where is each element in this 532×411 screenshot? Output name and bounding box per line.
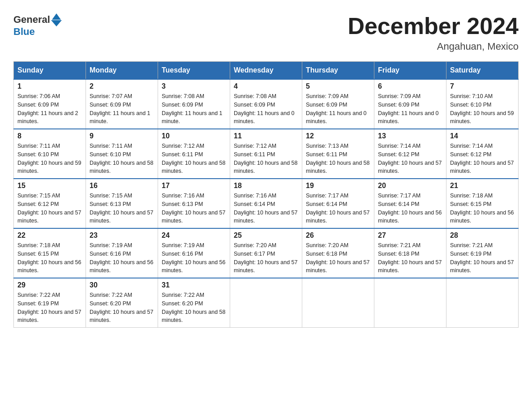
- day-info: Sunrise: 7:12 AMSunset: 6:11 PMDaylight:…: [162, 142, 226, 176]
- day-header-wednesday: Wednesday: [230, 62, 302, 80]
- calendar-cell: 13 Sunrise: 7:14 AMSunset: 6:12 PMDaylig…: [374, 129, 446, 179]
- calendar-cell: 6 Sunrise: 7:09 AMSunset: 6:09 PMDayligh…: [374, 79, 446, 129]
- calendar-cell: 26 Sunrise: 7:20 AMSunset: 6:18 PMDaylig…: [302, 228, 374, 278]
- day-number: 7: [450, 82, 515, 90]
- calendar-cell: 28 Sunrise: 7:21 AMSunset: 6:19 PMDaylig…: [446, 228, 519, 278]
- calendar-cell: 12 Sunrise: 7:13 AMSunset: 6:11 PMDaylig…: [302, 129, 374, 179]
- day-number: 14: [450, 132, 515, 140]
- calendar-week-row: 22 Sunrise: 7:18 AMSunset: 6:15 PMDaylig…: [14, 228, 519, 278]
- logo: General Blue: [13, 13, 62, 37]
- day-info: Sunrise: 7:17 AMSunset: 6:14 PMDaylight:…: [306, 192, 370, 225]
- day-number: 17: [162, 182, 226, 190]
- calendar-cell: 1 Sunrise: 7:06 AMSunset: 6:09 PMDayligh…: [14, 79, 86, 129]
- calendar-cell: 8 Sunrise: 7:11 AMSunset: 6:10 PMDayligh…: [14, 129, 86, 179]
- day-info: Sunrise: 7:11 AMSunset: 6:10 PMDaylight:…: [90, 142, 154, 176]
- calendar-cell: 10 Sunrise: 7:12 AMSunset: 6:11 PMDaylig…: [158, 129, 230, 179]
- day-info: Sunrise: 7:21 AMSunset: 6:18 PMDaylight:…: [378, 241, 442, 275]
- day-info: Sunrise: 7:22 AMSunset: 6:20 PMDaylight:…: [90, 291, 154, 325]
- day-header-monday: Monday: [86, 62, 158, 80]
- day-number: 25: [234, 231, 298, 240]
- calendar-cell: 22 Sunrise: 7:18 AMSunset: 6:15 PMDaylig…: [14, 228, 86, 278]
- calendar-cell: 4 Sunrise: 7:08 AMSunset: 6:09 PMDayligh…: [230, 79, 302, 129]
- calendar-week-row: 29 Sunrise: 7:22 AMSunset: 6:19 PMDaylig…: [14, 278, 519, 328]
- day-info: Sunrise: 7:13 AMSunset: 6:11 PMDaylight:…: [306, 142, 370, 176]
- day-number: 12: [306, 132, 370, 140]
- day-number: 27: [378, 231, 442, 240]
- day-number: 21: [450, 182, 515, 190]
- day-info: Sunrise: 7:10 AMSunset: 6:10 PMDaylight:…: [450, 92, 515, 126]
- location: Angahuan, Mexico: [348, 41, 519, 52]
- day-number: 13: [378, 132, 442, 140]
- day-number: 2: [90, 82, 154, 90]
- logo-text-general: General: [13, 14, 50, 25]
- calendar-cell: 2 Sunrise: 7:07 AMSunset: 6:09 PMDayligh…: [86, 79, 158, 129]
- calendar-cell: 23 Sunrise: 7:19 AMSunset: 6:16 PMDaylig…: [86, 228, 158, 278]
- day-info: Sunrise: 7:08 AMSunset: 6:09 PMDaylight:…: [234, 92, 298, 126]
- day-number: 5: [306, 82, 370, 90]
- day-info: Sunrise: 7:20 AMSunset: 6:18 PMDaylight:…: [306, 241, 370, 275]
- day-info: Sunrise: 7:18 AMSunset: 6:15 PMDaylight:…: [450, 192, 515, 225]
- day-number: 18: [234, 182, 298, 190]
- page-header: General Blue December 2024 Angahuan, Mex…: [13, 13, 519, 52]
- calendar-cell: 24 Sunrise: 7:19 AMSunset: 6:16 PMDaylig…: [158, 228, 230, 278]
- day-header-sunday: Sunday: [14, 62, 86, 80]
- calendar-cell: 14 Sunrise: 7:14 AMSunset: 6:12 PMDaylig…: [446, 129, 519, 179]
- day-header-saturday: Saturday: [446, 62, 519, 80]
- day-number: 23: [90, 231, 154, 240]
- day-header-tuesday: Tuesday: [158, 62, 230, 80]
- calendar-cell: 9 Sunrise: 7:11 AMSunset: 6:10 PMDayligh…: [86, 129, 158, 179]
- logo-triangle-bottom: [51, 20, 62, 26]
- day-info: Sunrise: 7:19 AMSunset: 6:16 PMDaylight:…: [90, 241, 154, 275]
- day-number: 20: [378, 182, 442, 190]
- calendar-cell: 30 Sunrise: 7:22 AMSunset: 6:20 PMDaylig…: [86, 278, 158, 328]
- day-info: Sunrise: 7:15 AMSunset: 6:12 PMDaylight:…: [17, 192, 82, 225]
- day-header-thursday: Thursday: [302, 62, 374, 80]
- calendar-cell: [446, 278, 519, 328]
- day-info: Sunrise: 7:21 AMSunset: 6:19 PMDaylight:…: [450, 241, 515, 275]
- day-number: 16: [90, 182, 154, 190]
- calendar-cell: 17 Sunrise: 7:16 AMSunset: 6:13 PMDaylig…: [158, 179, 230, 228]
- day-number: 6: [378, 82, 442, 90]
- day-number: 1: [17, 82, 82, 90]
- day-number: 22: [17, 231, 82, 240]
- day-info: Sunrise: 7:11 AMSunset: 6:10 PMDaylight:…: [17, 142, 82, 176]
- day-number: 10: [162, 132, 226, 140]
- calendar-cell: 5 Sunrise: 7:09 AMSunset: 6:09 PMDayligh…: [302, 79, 374, 129]
- calendar-cell: 21 Sunrise: 7:18 AMSunset: 6:15 PMDaylig…: [446, 179, 519, 228]
- day-info: Sunrise: 7:15 AMSunset: 6:13 PMDaylight:…: [90, 192, 154, 225]
- day-info: Sunrise: 7:17 AMSunset: 6:14 PMDaylight:…: [378, 192, 442, 225]
- day-info: Sunrise: 7:20 AMSunset: 6:17 PMDaylight:…: [234, 241, 298, 275]
- day-info: Sunrise: 7:22 AMSunset: 6:20 PMDaylight:…: [162, 291, 226, 325]
- logo-triangle-top: [52, 13, 61, 20]
- calendar-cell: 19 Sunrise: 7:17 AMSunset: 6:14 PMDaylig…: [302, 179, 374, 228]
- day-number: 24: [162, 231, 226, 240]
- day-number: 3: [162, 82, 226, 90]
- calendar-cell: [230, 278, 302, 328]
- day-info: Sunrise: 7:09 AMSunset: 6:09 PMDaylight:…: [306, 92, 370, 126]
- calendar-cell: 3 Sunrise: 7:08 AMSunset: 6:09 PMDayligh…: [158, 79, 230, 129]
- day-number: 26: [306, 231, 370, 240]
- day-number: 9: [90, 132, 154, 140]
- day-info: Sunrise: 7:14 AMSunset: 6:12 PMDaylight:…: [378, 142, 442, 176]
- calendar-cell: 16 Sunrise: 7:15 AMSunset: 6:13 PMDaylig…: [86, 179, 158, 228]
- calendar-cell: 11 Sunrise: 7:12 AMSunset: 6:11 PMDaylig…: [230, 129, 302, 179]
- calendar-week-row: 8 Sunrise: 7:11 AMSunset: 6:10 PMDayligh…: [14, 129, 519, 179]
- day-number: 11: [234, 132, 298, 140]
- title-area: December 2024 Angahuan, Mexico: [348, 13, 519, 52]
- calendar-table: SundayMondayTuesdayWednesdayThursdayFrid…: [13, 61, 519, 328]
- calendar-week-row: 15 Sunrise: 7:15 AMSunset: 6:12 PMDaylig…: [14, 179, 519, 228]
- calendar-cell: 20 Sunrise: 7:17 AMSunset: 6:14 PMDaylig…: [374, 179, 446, 228]
- day-info: Sunrise: 7:18 AMSunset: 6:15 PMDaylight:…: [17, 241, 82, 275]
- day-number: 15: [17, 182, 82, 190]
- day-number: 29: [17, 281, 82, 289]
- day-number: 19: [306, 182, 370, 190]
- calendar-cell: 29 Sunrise: 7:22 AMSunset: 6:19 PMDaylig…: [14, 278, 86, 328]
- calendar-cell: 7 Sunrise: 7:10 AMSunset: 6:10 PMDayligh…: [446, 79, 519, 129]
- calendar-cell: 15 Sunrise: 7:15 AMSunset: 6:12 PMDaylig…: [14, 179, 86, 228]
- day-info: Sunrise: 7:06 AMSunset: 6:09 PMDaylight:…: [17, 92, 82, 126]
- calendar-cell: [302, 278, 374, 328]
- day-number: 4: [234, 82, 298, 90]
- day-info: Sunrise: 7:12 AMSunset: 6:11 PMDaylight:…: [234, 142, 298, 176]
- calendar-cell: 25 Sunrise: 7:20 AMSunset: 6:17 PMDaylig…: [230, 228, 302, 278]
- calendar-cell: [374, 278, 446, 328]
